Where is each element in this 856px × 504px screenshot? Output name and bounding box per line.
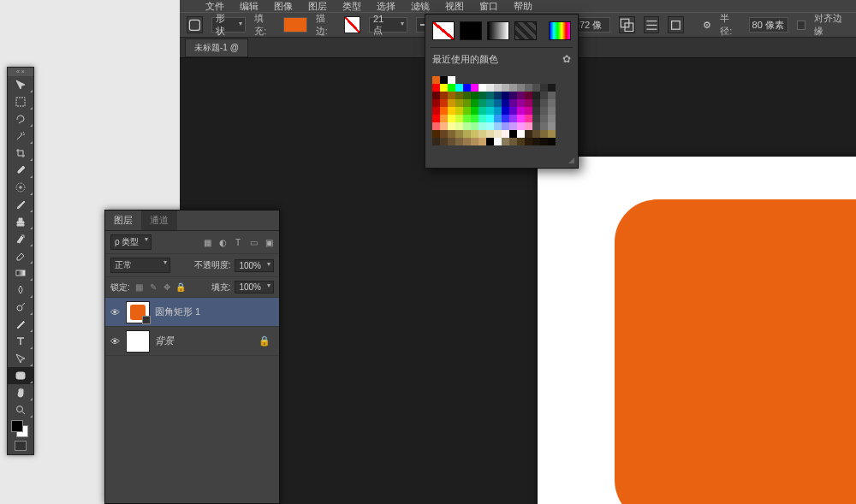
color-swatch[interactable]: [455, 115, 463, 122]
color-swatch[interactable]: [540, 115, 548, 122]
color-swatch[interactable]: [455, 122, 463, 130]
shape-tool-icon[interactable]: [187, 16, 203, 33]
color-swatch[interactable]: [486, 122, 494, 130]
tools-panel-grip[interactable]: « ×: [8, 68, 33, 76]
lock-position-icon[interactable]: ✥: [162, 282, 172, 293]
zoom-tool[interactable]: [8, 401, 33, 418]
color-swatch[interactable]: [532, 99, 540, 107]
color-swatch[interactable]: [502, 138, 509, 145]
color-swatch[interactable]: [448, 138, 455, 145]
heal-tool[interactable]: [8, 179, 33, 196]
lock-all-icon[interactable]: 🔒: [175, 282, 186, 293]
menu-item[interactable]: 滤镜: [411, 0, 430, 13]
blur-tool[interactable]: [8, 282, 33, 299]
color-swatch[interactable]: [471, 115, 479, 122]
layers-tab[interactable]: 图层: [105, 210, 141, 230]
color-swatch[interactable]: [502, 115, 509, 122]
menu-item[interactable]: 选择: [377, 0, 395, 13]
color-swatch[interactable]: [548, 115, 556, 122]
color-swatch[interactable]: [463, 138, 471, 145]
color-swatch[interactable]: [509, 138, 517, 145]
color-swatch[interactable]: [509, 122, 517, 130]
color-swatch[interactable]: [455, 99, 463, 107]
solid-color-swatch[interactable]: [460, 21, 482, 40]
color-swatch[interactable]: [455, 107, 463, 115]
hand-tool[interactable]: [8, 384, 33, 401]
color-swatch[interactable]: [440, 115, 448, 122]
color-swatch[interactable]: [494, 122, 502, 130]
color-swatch[interactable]: [479, 130, 486, 138]
color-swatch[interactable]: [471, 138, 479, 145]
align-icon[interactable]: [644, 16, 660, 33]
lasso-tool[interactable]: [8, 110, 33, 127]
shape-mode-dropdown[interactable]: 形状: [211, 17, 247, 33]
color-swatch[interactable]: [455, 130, 463, 138]
color-swatch[interactable]: [455, 84, 463, 92]
color-swatch[interactable]: [463, 122, 471, 130]
color-swatch[interactable]: [432, 130, 440, 138]
layer-thumbnail[interactable]: [126, 301, 150, 323]
color-swatch[interactable]: [440, 138, 448, 145]
color-swatch[interactable]: [532, 138, 540, 145]
color-swatch[interactable]: [432, 76, 440, 84]
color-swatch[interactable]: [432, 99, 440, 107]
layer-item[interactable]: 👁 背景 🔒: [105, 327, 279, 356]
color-swatch[interactable]: [509, 107, 517, 115]
color-swatch[interactable]: [479, 107, 486, 115]
color-swatch[interactable]: [479, 92, 486, 99]
color-swatch[interactable]: [540, 84, 548, 92]
layer-filter-dropdown[interactable]: ρ 类型: [110, 234, 152, 250]
color-swatch[interactable]: [479, 138, 486, 145]
color-swatch[interactable]: [486, 130, 494, 138]
color-swatch[interactable]: [532, 122, 540, 130]
color-swatch[interactable]: [525, 130, 532, 138]
color-swatch[interactable]: [532, 130, 540, 138]
rect-tool[interactable]: [8, 367, 33, 384]
color-swatch[interactable]: [525, 107, 532, 115]
color-swatch[interactable]: [440, 92, 448, 99]
gradient-swatch[interactable]: [487, 21, 509, 40]
color-swatch[interactable]: [540, 92, 548, 99]
color-swatch[interactable]: [463, 84, 471, 92]
color-swatch[interactable]: [432, 107, 440, 115]
color-swatch[interactable]: [448, 122, 455, 130]
rounded-rectangle-shape[interactable]: [615, 199, 856, 504]
layer-name[interactable]: 圆角矩形 1: [155, 305, 200, 318]
color-swatch[interactable]: [440, 76, 448, 84]
lock-paint-icon[interactable]: ✎: [148, 282, 158, 293]
color-swatch[interactable]: [471, 107, 479, 115]
color-swatch[interactable]: [440, 99, 448, 107]
pattern-swatch[interactable]: [514, 21, 537, 40]
stroke-width-input[interactable]: 21 点: [369, 17, 407, 33]
color-swatch[interactable]: [517, 99, 525, 107]
radius-input[interactable]: [749, 17, 788, 33]
color-swatch[interactable]: [509, 130, 517, 138]
visibility-eye-icon[interactable]: 👁: [109, 336, 121, 347]
wand-tool[interactable]: [8, 127, 33, 145]
color-swatch[interactable]: [486, 92, 494, 99]
layer-name[interactable]: 背景: [155, 335, 174, 347]
align-edges-checkbox[interactable]: [797, 21, 805, 30]
color-swatch[interactable]: [532, 92, 540, 99]
color-swatch[interactable]: [548, 92, 556, 99]
color-swatch[interactable]: [502, 84, 509, 92]
filter-adjust-icon[interactable]: ◐: [217, 237, 228, 247]
color-swatch[interactable]: [432, 115, 440, 122]
filter-smart-icon[interactable]: ▣: [264, 237, 274, 247]
color-swatch[interactable]: [517, 138, 525, 145]
color-swatch[interactable]: [463, 92, 471, 99]
fill-opacity-input[interactable]: 100%: [235, 281, 274, 294]
pen-tool[interactable]: [8, 316, 33, 333]
filter-pixel-icon[interactable]: ▦: [202, 237, 212, 247]
color-swatch[interactable]: [494, 92, 502, 99]
dodge-tool[interactable]: [8, 299, 33, 316]
filter-type-icon[interactable]: T: [233, 237, 243, 247]
color-swatch[interactable]: [540, 99, 548, 107]
color-swatch[interactable]: [502, 107, 509, 115]
color-swatch[interactable]: [486, 115, 494, 122]
color-swatch[interactable]: [494, 84, 502, 92]
color-swatch[interactable]: [502, 130, 509, 138]
color-swatch[interactable]: [455, 138, 463, 145]
color-swatch[interactable]: [509, 99, 517, 107]
no-color-swatch[interactable]: [432, 21, 455, 40]
